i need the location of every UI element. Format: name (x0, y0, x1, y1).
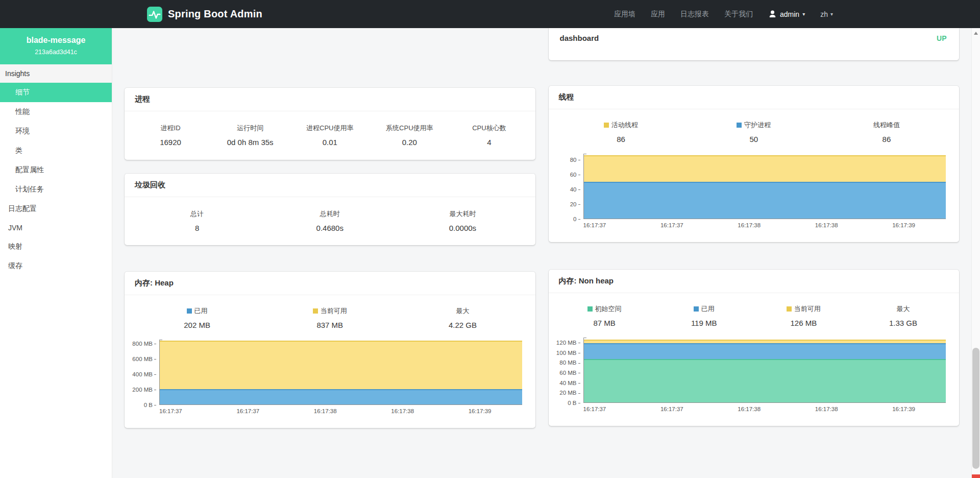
stat-value: 202 MB (131, 321, 263, 329)
stat-nonheap-size: 当前可用 126 MB (754, 304, 853, 327)
x-axis-tick: 16:17:39 (892, 222, 915, 228)
chart-area-band (160, 389, 522, 404)
stat-system-cpu: 系统CPU使用率 0.20 (370, 124, 449, 147)
brand[interactable]: Spring Boot Admin (147, 7, 262, 22)
stat-gc-max-time: 最大耗时 0.0000s (396, 209, 529, 232)
y-axis-tick: 40 (570, 186, 580, 193)
stat-process-cpu: 进程CPU使用率 0.01 (290, 124, 370, 147)
x-axis-tick: 16:17:37 (236, 408, 259, 414)
instance-id: 213a6ad3d41c (5, 49, 107, 56)
y-axis-tick: 100 MB (556, 350, 580, 356)
chart-x-labels: 16:17:3716:17:3716:17:3816:17:3816:17:39 (583, 403, 946, 412)
stat-value: 8 (131, 224, 263, 232)
sidebar-item-caches[interactable]: 缓存 (0, 256, 112, 276)
stat-value: 837 MB (263, 321, 396, 329)
sidebar-item-environment[interactable]: 环境 (0, 122, 112, 141)
user-name: admin (780, 10, 799, 18)
stat-value: 0.20 (370, 138, 449, 147)
threads-card: 线程 活动线程 86 守护进程 50 线程峰值 86 (549, 86, 960, 242)
language-value: zh (820, 10, 828, 18)
y-axis-tick: 20 MB (559, 390, 580, 396)
sidebar-item-classes[interactable]: 类 (0, 141, 112, 160)
language-select[interactable]: zh ▾ (820, 10, 833, 18)
top-navbar: Spring Boot Admin 应用墙 应用 日志报表 关于我们 admin… (0, 0, 980, 28)
stat-value: 87 MB (555, 319, 654, 327)
x-axis-tick: 16:17:39 (892, 406, 915, 412)
sidebar-item-metrics[interactable]: 性能 (0, 102, 112, 122)
legend-swatch (694, 306, 699, 312)
stat-gc-count: 总计 8 (131, 209, 263, 232)
stat-value: 0.4680s (263, 224, 396, 232)
legend-swatch (187, 308, 192, 314)
legend-swatch (787, 306, 792, 312)
y-axis-tick: 20 (570, 201, 580, 207)
scroll-up-arrow-icon[interactable] (974, 32, 978, 35)
nav-about[interactable]: 关于我们 (724, 10, 753, 19)
sidebar-item-scheduled-tasks[interactable]: 计划任务 (0, 180, 112, 199)
legend-swatch (737, 123, 742, 128)
stat-peak-threads: 线程峰值 86 (820, 121, 953, 144)
stat-value: 86 (555, 135, 688, 144)
stat-label: 进程ID (131, 124, 210, 133)
x-axis-tick: 16:17:37 (583, 406, 606, 412)
sidebar-item-details[interactable]: 细节 (0, 83, 112, 102)
instance-header: blade-message 213a6ad3d41c (0, 28, 112, 64)
chevron-down-icon: ▾ (830, 11, 833, 17)
stat-value: 126 MB (754, 319, 853, 327)
stat-label: 活动线程 (611, 121, 638, 130)
chart-y-labels: 120 MB100 MB80 MB60 MB40 MB20 MB0 B (554, 338, 583, 403)
y-axis-tick: 200 MB (132, 387, 156, 393)
legend-swatch (587, 306, 593, 312)
scrollbar[interactable] (971, 28, 980, 478)
x-axis-tick: 16:17:38 (738, 222, 761, 228)
threads-chart: 806040200 16:17:3716:17:3716:17:3816:17:… (549, 149, 960, 228)
sidebar-menu: Insights 细节 性能 环境 类 配置属性 计划任务 日志配置 JVM 映… (0, 64, 112, 276)
stat-label: 当前可用 (321, 306, 347, 316)
stat-value: 1.33 GB (853, 319, 953, 327)
chart-y-labels: 806040200 (554, 154, 583, 219)
x-axis-tick: 16:17:37 (159, 408, 182, 414)
chart-x-labels: 16:17:3716:17:3716:17:3816:17:3816:17:39 (159, 405, 522, 414)
stat-label: 总耗时 (263, 209, 396, 219)
page-layout: blade-message 213a6ad3d41c Insights 细节 性… (0, 28, 980, 478)
scrollbar-thumb[interactable] (972, 348, 979, 469)
stat-uptime: 运行时间 0d 0h 8m 35s (210, 124, 290, 147)
stat-value: 16920 (131, 138, 210, 147)
sidebar: blade-message 213a6ad3d41c Insights 细节 性… (0, 28, 112, 478)
spring-boot-admin-logo-icon (147, 7, 162, 22)
nav-applications[interactable]: 应用 (651, 10, 665, 19)
navbar-container: Spring Boot Admin 应用墙 应用 日志报表 关于我们 admin… (147, 7, 833, 22)
x-axis-tick: 16:17:37 (660, 222, 683, 228)
stat-value: 4.22 GB (396, 321, 529, 329)
stat-label: 系统CPU使用率 (370, 124, 449, 133)
sidebar-item-config-props[interactable]: 配置属性 (0, 160, 112, 180)
chart-x-labels: 16:17:3716:17:3716:17:3816:17:3816:17:39 (583, 219, 946, 228)
x-axis-tick: 16:17:38 (314, 408, 337, 414)
user-menu[interactable]: admin ▾ (768, 10, 805, 18)
sidebar-item-insights[interactable]: Insights (0, 64, 112, 83)
sidebar-item-loggers[interactable]: 日志配置 (0, 199, 112, 219)
card-title-process: 进程 (125, 88, 535, 111)
health-card: dashboard UP (549, 28, 960, 60)
nav-journal[interactable]: 日志报表 (680, 10, 709, 19)
y-axis-tick: 800 MB (132, 341, 156, 347)
x-axis-tick: 16:17:38 (815, 222, 838, 228)
gc-stats: 总计 8 总耗时 0.4680s 最大耗时 0.0000s (125, 197, 535, 247)
stat-label: 已用 (701, 304, 715, 314)
sidebar-item-jvm[interactable]: JVM (0, 219, 112, 237)
stat-label: CPU核心数 (449, 124, 529, 133)
stat-value: 50 (688, 135, 820, 144)
stat-value: 119 MB (654, 319, 754, 327)
y-axis-tick: 80 (570, 157, 580, 163)
y-axis-tick: 0 (573, 216, 580, 222)
stat-daemon-threads: 守护进程 50 (688, 121, 820, 144)
stat-label: 总计 (131, 209, 263, 219)
scrollbar-bottom-marker (972, 474, 980, 478)
stat-value: 0.0000s (396, 224, 529, 232)
x-axis-tick: 16:17:38 (815, 406, 838, 412)
y-axis-tick: 60 (570, 172, 580, 178)
nav-applications-wall[interactable]: 应用墙 (614, 10, 635, 19)
sidebar-item-mappings[interactable]: 映射 (0, 237, 112, 256)
main-content: 进程 进程ID 16920 运行时间 0d 0h 8m 35s 进程CPU使用率… (112, 28, 971, 478)
stat-value: 86 (820, 135, 953, 144)
